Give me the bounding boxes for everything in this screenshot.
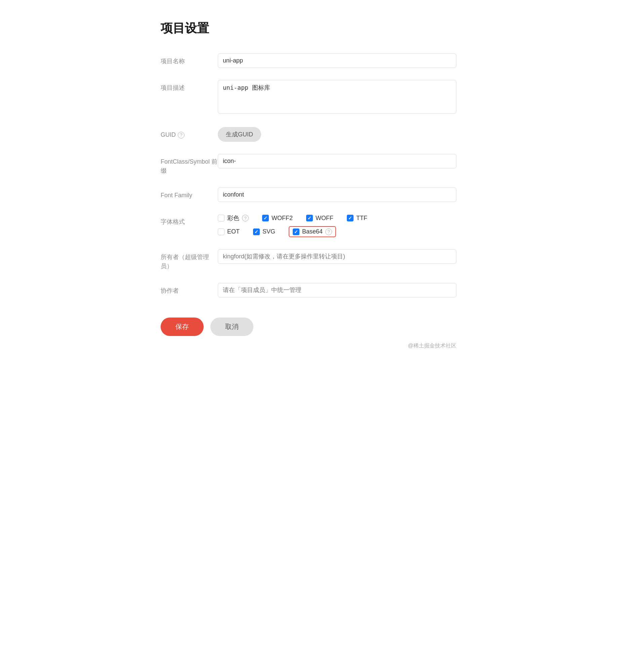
- owner-input[interactable]: [218, 249, 456, 264]
- checkbox-eot[interactable]: EOT: [218, 228, 240, 235]
- checkbox-base64-label: Base64: [302, 228, 323, 235]
- page-title: 项目设置: [161, 20, 456, 37]
- font-family-row: Font Family: [161, 187, 456, 202]
- checkbox-base64-box: [293, 228, 299, 235]
- font-family-input[interactable]: [218, 187, 456, 202]
- project-desc-row: 项目描述 uni-app 图标库: [161, 80, 456, 115]
- page-container: 项目设置 项目名称 项目描述 uni-app 图标库 GUID ? 生成GUID…: [154, 20, 463, 652]
- project-desc-label: 项目描述: [161, 80, 218, 92]
- collaborator-row: 协作者: [161, 283, 456, 297]
- collaborator-label: 协作者: [161, 283, 218, 295]
- checkbox-row-1: 彩色 ? WOFF2 WOFF TTF: [218, 214, 456, 222]
- base64-help-icon[interactable]: ?: [325, 228, 332, 235]
- checkbox-row-2: EOT SVG Base64 ?: [218, 226, 456, 237]
- project-desc-control: uni-app 图标库: [218, 80, 456, 115]
- base64-highlight-wrapper: Base64 ?: [289, 226, 336, 237]
- fontclass-input[interactable]: [218, 154, 456, 168]
- project-desc-input[interactable]: uni-app 图标库: [218, 80, 456, 114]
- project-name-row: 项目名称: [161, 53, 456, 68]
- project-name-control: [218, 53, 456, 68]
- font-format-control: 彩色 ? WOFF2 WOFF TTF: [218, 214, 456, 237]
- checkbox-color-label: 彩色: [227, 214, 239, 222]
- project-name-label: 项目名称: [161, 53, 218, 66]
- checkbox-color-box: [218, 215, 224, 221]
- cancel-button[interactable]: 取消: [210, 318, 253, 336]
- checkbox-color[interactable]: 彩色 ?: [218, 214, 249, 222]
- fontclass-control: [218, 154, 456, 168]
- checkbox-eot-box: [218, 228, 224, 235]
- owner-control: [218, 249, 456, 264]
- checkbox-ttf-box: [347, 215, 354, 221]
- checkbox-woff2-label: WOFF2: [272, 215, 293, 222]
- font-family-label: Font Family: [161, 187, 218, 200]
- collaborator-input[interactable]: [218, 283, 456, 297]
- checkbox-woff-box: [306, 215, 313, 221]
- font-format-row: 字体格式 彩色 ? WOFF2 WOFF: [161, 214, 456, 237]
- checkbox-base64[interactable]: Base64 ?: [293, 228, 332, 235]
- project-name-input[interactable]: [218, 53, 456, 68]
- checkbox-svg-label: SVG: [262, 228, 275, 235]
- owner-row: 所有者（超级管理员）: [161, 249, 456, 271]
- collaborator-control: [218, 283, 456, 297]
- fontclass-label: FontClass/Symbol 前缀: [161, 154, 218, 175]
- color-help-icon[interactable]: ?: [242, 215, 249, 221]
- checkbox-woff2[interactable]: WOFF2: [262, 215, 293, 222]
- checkbox-woff-label: WOFF: [316, 215, 333, 222]
- checkbox-svg-box: [253, 228, 260, 235]
- font-family-control: [218, 187, 456, 202]
- checkbox-eot-label: EOT: [227, 228, 240, 235]
- guid-label: GUID ?: [161, 127, 218, 139]
- guid-help-icon[interactable]: ?: [178, 132, 184, 138]
- guid-row: GUID ? 生成GUID: [161, 127, 456, 142]
- guid-control: 生成GUID: [218, 127, 456, 142]
- checkbox-ttf[interactable]: TTF: [347, 215, 367, 222]
- footer-row: 保存 取消 @稀土掘金技术社区: [161, 318, 456, 349]
- checkbox-ttf-label: TTF: [356, 215, 367, 222]
- checkbox-woff2-box: [262, 215, 269, 221]
- generate-guid-button[interactable]: 生成GUID: [218, 127, 261, 142]
- checkbox-svg[interactable]: SVG: [253, 228, 275, 235]
- watermark: @稀土掘金技术社区: [408, 342, 456, 349]
- font-format-label: 字体格式: [161, 214, 218, 226]
- checkbox-woff[interactable]: WOFF: [306, 215, 333, 222]
- save-button[interactable]: 保存: [161, 318, 204, 336]
- fontclass-row: FontClass/Symbol 前缀: [161, 154, 456, 175]
- owner-label: 所有者（超级管理员）: [161, 249, 218, 271]
